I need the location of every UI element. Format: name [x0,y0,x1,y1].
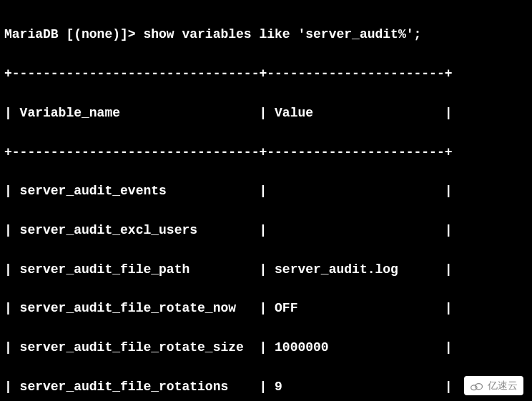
table-row: | server_audit_file_path | server_audit.… [0,260,532,279]
table-row: | server_audit_file_rotate_now | OFF | [0,299,532,318]
table-divider-mid: +--------------------------------+------… [0,143,532,162]
watermark-text: 亿速云 [488,378,518,393]
watermark-badge: 亿速云 [464,376,523,395]
table-row: | server_audit_file_rotations | 9 | [0,377,532,397]
table-header-row: | Variable_name | Value | [0,104,532,123]
sql-prompt: MariaDB [(none)]> show variables like 's… [0,25,532,44]
table-row: | server_audit_excl_users | | [0,221,532,240]
terminal-output[interactable]: MariaDB [(none)]> show variables like 's… [0,6,532,401]
svg-point-0 [471,385,477,390]
cloud-icon [470,380,484,390]
table-row: | server_audit_file_rotate_size | 100000… [0,338,532,357]
table-divider-top: +--------------------------------+------… [0,64,532,84]
table-row: | server_audit_events | | [0,182,532,201]
